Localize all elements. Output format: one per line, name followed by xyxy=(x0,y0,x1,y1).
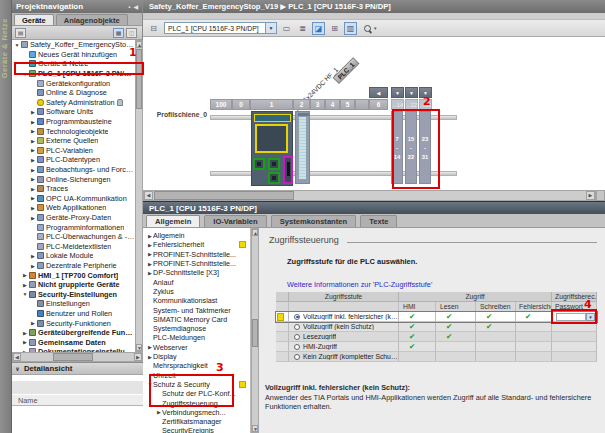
properties-nav-item[interactable]: ▶Fehlersicherheit xyxy=(143,240,250,249)
properties-nav-item[interactable]: ▶Display xyxy=(143,352,250,361)
profinet-port-3-icon[interactable] xyxy=(268,172,280,184)
tree-item[interactable]: PLC-Meldetextlisten xyxy=(12,242,135,252)
access-level-row[interactable]: HMI-Zugriff✔ xyxy=(276,342,597,352)
expand-slot-group-icon[interactable]: ▼ xyxy=(405,87,418,98)
tree-expander-icon[interactable]: ▶ xyxy=(30,215,36,221)
profinet-port-1-icon[interactable] xyxy=(253,158,265,170)
properties-nav-item[interactable]: PLC-Meldungen xyxy=(143,333,250,342)
tree-item[interactable]: Programminformationen xyxy=(12,222,135,232)
tree-item[interactable]: ▶Traces xyxy=(12,184,135,194)
tree-item[interactable]: ▶PLC-Datentypen xyxy=(12,155,135,165)
tree-expander-icon[interactable]: ▶ xyxy=(22,272,28,278)
tree-expander-icon[interactable]: ▼ xyxy=(14,42,20,48)
device-selector-dropdown-icon[interactable]: ▼ xyxy=(266,22,277,34)
tree-item[interactable]: ▶Nicht gruppierte Geräte xyxy=(12,280,135,290)
device-view-icon[interactable]: ◪ xyxy=(312,22,325,35)
properties-nav-scrollbar[interactable]: ▲ ▼ xyxy=(251,228,259,433)
password-dropdown-icon[interactable]: ▼ xyxy=(586,313,595,321)
expand-project-icon[interactable]: ◫ xyxy=(126,28,137,38)
slot-header-3[interactable]: 3 xyxy=(310,99,325,110)
properties-nav-item[interactable]: ▶Verbindungsmech... xyxy=(143,408,250,417)
tree-item[interactable]: ▶Beobachtungs- und Forceta... xyxy=(12,165,135,175)
slot-header-1[interactable]: 1 xyxy=(250,99,293,110)
tree-expander-icon[interactable]: ▼ xyxy=(22,71,28,77)
tree-expander-icon[interactable]: ▼ xyxy=(22,291,28,297)
tree-item[interactable]: ▶Gemeinsame Daten xyxy=(12,338,135,348)
slot-header-2[interactable]: 2 xyxy=(293,99,310,110)
properties-nav-item[interactable]: Uhrzeit xyxy=(143,371,250,380)
tree-vertical-scrollbar[interactable]: ▲ ▼ xyxy=(135,40,143,352)
tree-expander-icon[interactable]: ▶ xyxy=(30,128,36,134)
tree-item[interactable]: Neues Gerät hinzufügen xyxy=(12,50,135,60)
slot-header-spacer[interactable] xyxy=(355,99,369,110)
tree-item[interactable]: ▶Technologieobjekte xyxy=(12,126,135,136)
split-view-icon[interactable]: ▥ xyxy=(344,22,357,35)
slot-header-6[interactable]: 6 xyxy=(369,99,388,110)
tree-horizontal-scrollbar[interactable]: ◀ ▶ xyxy=(12,352,143,362)
zoom-icon[interactable] xyxy=(360,22,373,35)
access-level-row[interactable]: Vollzugriff inkl. fehlersicher (kein Sch… xyxy=(276,312,597,322)
slot-header-0[interactable]: 0 xyxy=(232,99,250,110)
project-nav-tab-anlagenobjekte[interactable]: Anlagenobjekte xyxy=(56,14,128,25)
access-level-radio[interactable] xyxy=(294,314,300,320)
tree-item[interactable]: Online & Diagnose xyxy=(12,88,135,98)
dp-port-icon[interactable] xyxy=(283,156,293,184)
properties-nav-item[interactable]: Zugriffssteuerung xyxy=(143,398,250,407)
rack-label[interactable]: Profilschiene_0 xyxy=(157,111,207,118)
topology-view-icon[interactable]: ▭ xyxy=(280,22,293,35)
tree-item[interactable]: ▶OPC UA-Kommunikation xyxy=(12,194,135,204)
tree-item[interactable]: ▶Web Applikationen xyxy=(12,203,135,213)
tree-expander-icon[interactable]: ▶ xyxy=(30,205,36,211)
tree-item[interactable]: ▶Software Units xyxy=(12,107,135,117)
grid-view-icon[interactable]: ⊞ xyxy=(328,22,341,35)
access-level-row[interactable]: Kein Zugriff (kompletter Schutz) xyxy=(276,352,597,362)
plc-display[interactable] xyxy=(255,124,288,153)
diagram-view-icon[interactable]: ▦ xyxy=(113,28,124,38)
tree-expander-icon[interactable]: ▶ xyxy=(30,157,36,163)
tree-expander-icon[interactable]: ▶ xyxy=(30,176,36,182)
collapse-slots-left-icon[interactable]: ◀ xyxy=(369,87,388,98)
tree-expander-icon[interactable]: ▶ xyxy=(22,339,28,345)
pin-icon[interactable]: ▪ xyxy=(128,4,130,10)
tree-expander-icon[interactable]: ▶ xyxy=(22,330,28,336)
properties-nav-item[interactable]: SecurityEreignis xyxy=(143,426,250,433)
tree-item[interactable]: Gerätekonfiguration xyxy=(12,78,135,88)
tree-item[interactable]: ▼PLC_1 [CPU 1516F-3 PN/DP] xyxy=(12,69,135,79)
slot-header-100[interactable]: 100 xyxy=(210,99,232,110)
collapse-panel-icon[interactable]: ◀ xyxy=(133,3,138,10)
access-level-row[interactable]: Vollzugriff (kein Schutz)✔✔✔ xyxy=(276,322,597,332)
breadcrumb[interactable]: Safety_Koffer_EmergencyStop_V19 ▶ PLC_1 … xyxy=(143,0,605,13)
properties-nav-item[interactable]: SIMATIC Memory Card xyxy=(143,315,250,324)
tree-expander-icon[interactable]: ▶ xyxy=(30,119,36,125)
tree-item[interactable]: ▶Geräte-Proxy-Daten xyxy=(12,213,135,223)
tree-expander-icon[interactable]: ▶ xyxy=(30,109,36,115)
tree-item[interactable]: ▶Lokale Module xyxy=(12,251,135,261)
collapsed-slot-strip[interactable]: 15-22 xyxy=(405,111,417,184)
tree-item[interactable]: Safety Administration xyxy=(12,98,135,108)
tree-expander-icon[interactable]: ▶ xyxy=(30,253,36,259)
access-level-radio[interactable] xyxy=(294,334,300,340)
tree-expander-icon[interactable]: ▶ xyxy=(30,195,36,201)
collapsed-slot-strip[interactable]: 23-31 xyxy=(419,111,431,184)
tree-item[interactable]: ▶Programmbausteine xyxy=(12,117,135,127)
expand-slot-group-icon[interactable]: ▼ xyxy=(391,87,404,98)
device-view-horizontal-scrollbar[interactable]: ◀ ▶ xyxy=(143,190,596,201)
properties-nav-item[interactable]: Schutz der PLC-Konf... xyxy=(143,389,250,398)
tree-expander-icon[interactable]: ▶ xyxy=(30,186,36,192)
tree-item[interactable]: ▶Dezentrale Peripherie xyxy=(12,261,135,271)
access-level-radio[interactable] xyxy=(294,344,300,350)
slot-header-5[interactable]: 5 xyxy=(340,99,355,110)
tree-item[interactable]: ▼Safety_Koffer_EmergencyStop_V19 xyxy=(12,40,135,50)
tree-item[interactable]: ▶Geräteübergreifende Funktionen xyxy=(12,328,135,338)
tree-expander-icon[interactable]: ▶ xyxy=(30,263,36,269)
portal-side-strip[interactable]: Geräte & Netze xyxy=(0,0,12,433)
tree-item[interactable]: ▶HMI_1 [TP700 Comfort] xyxy=(12,270,135,280)
tree-expander-icon[interactable]: ▶ xyxy=(30,167,36,173)
tree-item[interactable]: ▶Security-Funktionen xyxy=(12,318,135,328)
tree-expander-icon[interactable]: ▶ xyxy=(30,147,36,153)
properties-nav-item[interactable]: Systemdiagnose xyxy=(143,324,250,333)
slot-header-4[interactable]: 4 xyxy=(325,99,340,110)
properties-tab-io-variablen[interactable]: IO-Variablen xyxy=(204,215,266,227)
profinet-port-2-icon[interactable] xyxy=(268,158,280,170)
network-view-icon[interactable]: ≣ xyxy=(296,22,309,35)
